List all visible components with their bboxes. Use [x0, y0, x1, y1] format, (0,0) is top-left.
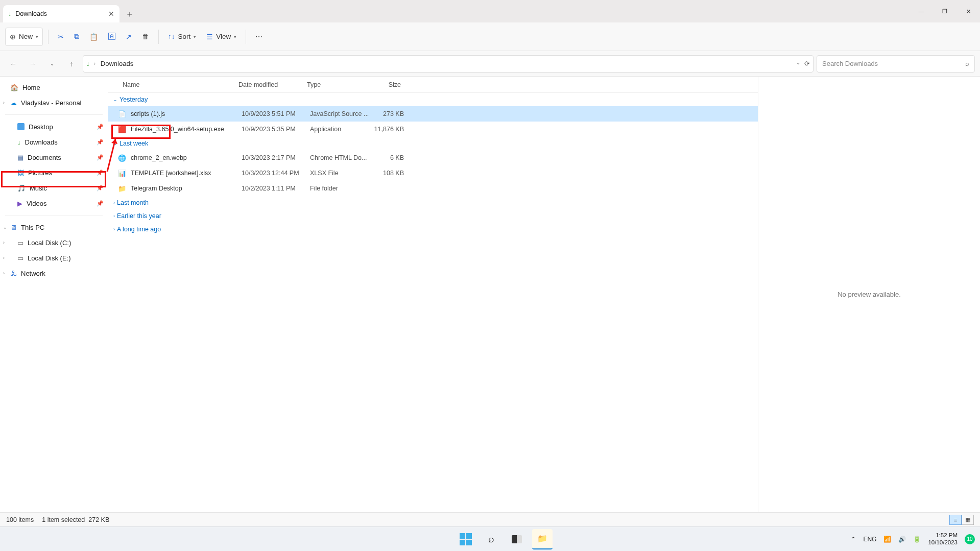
pin-icon[interactable]: 📌	[97, 185, 104, 191]
nav-downloads[interactable]: ↓ Downloads 📌	[0, 134, 108, 150]
file-size: 6 KB	[369, 154, 407, 161]
search-input[interactable]: Search Downloads ⌕	[817, 55, 975, 73]
taskbar-search[interactable]: ⌕	[481, 529, 501, 549]
column-size[interactable]: Size	[366, 81, 404, 88]
view-button[interactable]: ☰ View ▾	[202, 28, 241, 46]
nav-pictures[interactable]: 🖼 Pictures 📌	[0, 165, 108, 180]
nav-onedrive-personal[interactable]: › ☁ Vladyslav - Personal	[0, 95, 108, 110]
recent-dropdown[interactable]: ⌄	[44, 56, 60, 72]
pin-icon[interactable]: 📌	[97, 170, 104, 176]
group-header[interactable]: ⌄Last week	[108, 137, 758, 150]
column-name[interactable]: Name	[108, 81, 238, 88]
file-row[interactable]: 📄scripts (1).js10/9/2023 5:51 PMJavaScri…	[108, 106, 758, 122]
expand-icon[interactable]: ›	[3, 240, 5, 245]
expand-icon[interactable]: ⌄	[3, 225, 7, 230]
file-name: TEMPLATE [worksheet].xlsx	[131, 170, 242, 177]
nav-music[interactable]: 🎵 Music 📌	[0, 180, 108, 196]
thumbnails-view-button[interactable]: ▦	[962, 515, 974, 525]
new-button[interactable]: ⊕ New ▾	[5, 28, 43, 46]
nav-this-pc[interactable]: ⌄ 🖥 This PC	[0, 220, 108, 235]
close-tab-icon[interactable]: ✕	[108, 10, 114, 18]
pin-icon[interactable]: 📌	[97, 124, 104, 130]
nav-videos[interactable]: ▶ Videos 📌	[0, 196, 108, 211]
nav-network[interactable]: › 🖧 Network	[0, 266, 108, 281]
file-pane: Name Date modified Type Size ⌄Yesterday📄…	[108, 77, 980, 512]
details-view-button[interactable]: ≡	[949, 515, 962, 525]
wifi-icon[interactable]: 📶	[883, 536, 891, 543]
nav-home[interactable]: 🏠 Home	[0, 80, 108, 95]
minimize-button[interactable]: —	[910, 0, 933, 22]
group-header[interactable]: ›Last month	[108, 196, 758, 209]
taskbar: ⌕ 📁 ⌃ ENG 📶 🔊 🔋 1:52 PM 10/10/2023 10	[0, 526, 980, 551]
chevron-right-icon: ›	[113, 200, 115, 205]
nav-label: Music	[30, 184, 47, 192]
pictures-icon: 🖼	[17, 169, 24, 177]
pin-icon[interactable]: 📌	[97, 139, 104, 146]
file-icon: 📁	[117, 184, 127, 193]
new-tab-button[interactable]: ＋	[119, 5, 140, 22]
rename-button[interactable]: 🄰	[104, 28, 119, 46]
file-row[interactable]: 📁Telegram Desktop10/2/2023 1:11 PMFile f…	[108, 181, 758, 196]
sort-button[interactable]: ↑↓ Sort ▾	[164, 28, 200, 46]
file-icon: 📊	[117, 169, 127, 178]
tray-language[interactable]: ENG	[863, 536, 876, 543]
start-button[interactable]	[456, 529, 476, 549]
cut-button[interactable]: ✂	[54, 28, 68, 46]
paste-button[interactable]: 📋	[85, 28, 102, 46]
pin-icon[interactable]: 📌	[97, 154, 104, 161]
file-date: 10/2/2023 1:11 PM	[242, 185, 310, 192]
volume-icon[interactable]: 🔊	[898, 536, 906, 543]
more-button[interactable]: ⋯	[251, 28, 267, 46]
delete-button[interactable]: 🗑	[138, 28, 153, 46]
group-header[interactable]: ›Earlier this year	[108, 209, 758, 223]
window-tab-downloads[interactable]: ↓ Downloads ✕	[3, 5, 119, 22]
refresh-button[interactable]: ⟳	[804, 60, 810, 67]
forward-button[interactable]: →	[25, 56, 41, 72]
download-icon: ↓	[17, 138, 21, 146]
chevron-down-icon: ▾	[36, 34, 38, 39]
share-button[interactable]: ↗	[122, 28, 136, 46]
task-view[interactable]	[507, 529, 527, 549]
breadcrumb-downloads[interactable]: Downloads	[100, 60, 134, 67]
back-button[interactable]: ←	[5, 56, 21, 72]
nav-label: Documents	[28, 154, 61, 161]
chevron-right-icon: ›	[113, 227, 115, 232]
this-pc-icon: 🖥	[10, 224, 17, 231]
drive-icon: ▭	[17, 254, 23, 262]
tray-clock[interactable]: 1:52 PM 10/10/2023	[928, 532, 958, 546]
preview-pane: No preview available.	[758, 77, 980, 512]
nav-desktop[interactable]: Desktop 📌	[0, 119, 108, 134]
close-window-button[interactable]: ✕	[957, 0, 980, 22]
nav-documents[interactable]: ▤ Documents 📌	[0, 150, 108, 165]
up-button[interactable]: ↑	[63, 56, 80, 72]
group-header[interactable]: ›A long time ago	[108, 223, 758, 236]
tray-time: 1:52 PM	[928, 532, 958, 539]
file-type: File folder	[310, 185, 369, 192]
expand-icon[interactable]: ›	[3, 100, 5, 105]
taskbar-file-explorer[interactable]: 📁	[532, 529, 553, 549]
notification-badge[interactable]: 10	[965, 534, 975, 544]
file-row[interactable]: 📊TEMPLATE [worksheet].xlsx10/3/2023 12:4…	[108, 165, 758, 181]
battery-icon[interactable]: 🔋	[913, 536, 921, 543]
maximize-button[interactable]: ❐	[933, 0, 957, 22]
nav-drive-c[interactable]: › ▭ Local Disk (C:)	[0, 235, 108, 250]
group-label: Last month	[117, 199, 149, 206]
file-name: chrome_2_en.webp	[131, 154, 242, 161]
group-header[interactable]: ⌄Yesterday	[108, 93, 758, 106]
tray-overflow[interactable]: ⌃	[851, 536, 856, 543]
chevron-down-icon[interactable]: ⌄	[796, 60, 800, 67]
copy-button[interactable]: ⧉	[70, 28, 83, 46]
view-icon: ☰	[206, 33, 213, 41]
column-date[interactable]: Date modified	[238, 81, 307, 88]
nav-drive-e[interactable]: › ▭ Local Disk (E:)	[0, 250, 108, 266]
pin-icon[interactable]: 📌	[97, 200, 104, 207]
address-bar[interactable]: ↓ › Downloads ⌄ ⟳	[83, 55, 814, 73]
expand-icon[interactable]: ›	[3, 271, 5, 276]
file-row[interactable]: 🌐chrome_2_en.webp10/3/2023 2:17 PMChrome…	[108, 150, 758, 165]
expand-icon[interactable]: ›	[3, 255, 5, 260]
column-type[interactable]: Type	[307, 81, 366, 88]
sort-label: Sort	[178, 33, 191, 40]
new-label: New	[19, 33, 33, 40]
file-size: 273 KB	[369, 110, 407, 117]
file-row[interactable]: 🟥FileZilla_3.65.0_win64-setup.exe10/9/20…	[108, 122, 758, 137]
